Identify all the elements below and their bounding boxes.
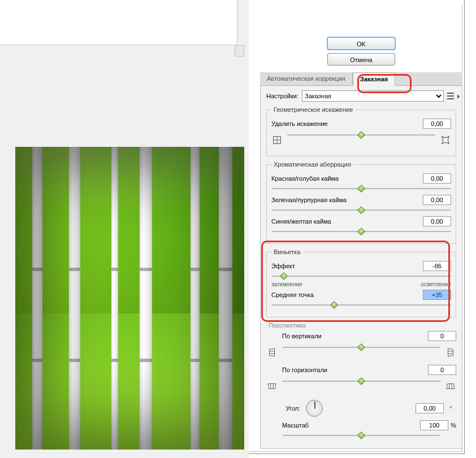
perspective-vertical-input[interactable]	[428, 331, 456, 341]
preview-scrollbar[interactable]	[235, 45, 244, 56]
degree-icon: °	[449, 405, 456, 412]
custom-panel: Настройки: Заказная Геометрическое искаж…	[260, 86, 462, 449]
group-vignette-title: Виньетка	[271, 248, 302, 255]
group-geometric-distortion-title: Геометрическое искажение	[271, 106, 355, 113]
angle-label: Угол:	[266, 405, 300, 412]
svg-line-4	[270, 354, 275, 354]
tab-strip: Автоматическая коррекция Заказная	[260, 72, 462, 86]
red-cyan-label: Красная/голубая кайма	[271, 175, 423, 182]
svg-line-7	[270, 384, 271, 389]
panel-menu-icon[interactable]	[447, 93, 456, 99]
barrel-icon	[271, 130, 283, 150]
ok-button[interactable]: OK	[327, 37, 395, 50]
svg-line-6	[448, 354, 453, 354]
vignette-midpoint-label: Средняя точка	[271, 291, 423, 298]
perspective-horizontal-slider[interactable]	[282, 377, 440, 385]
vignette-darken-label: затемнение	[271, 281, 302, 287]
perspective-vertical-slider[interactable]	[282, 343, 440, 351]
group-chromatic-aberration-title: Хроматическая аберрация	[271, 161, 353, 168]
group-geometric-distortion: Геометрическое искажение Удалить искажен…	[266, 106, 456, 156]
vignette-lighten-label: осветление	[421, 281, 451, 287]
scale-label: Масштаб	[266, 422, 420, 429]
angle-dial[interactable]	[306, 400, 323, 417]
scale-slider[interactable]	[282, 431, 440, 439]
vertical-perspective-left-icon	[266, 342, 278, 363]
vignette-amount-label: Эффект	[271, 263, 423, 269]
scale-input[interactable]	[420, 420, 448, 430]
vignette-midpoint-input[interactable]	[423, 290, 451, 300]
vignette-amount-input[interactable]	[423, 261, 451, 271]
pincushion-icon	[440, 130, 451, 150]
red-cyan-slider[interactable]	[271, 185, 451, 193]
settings-row: Настройки: Заказная	[266, 90, 456, 102]
red-cyan-input[interactable]	[423, 173, 451, 184]
angle-input[interactable]	[416, 403, 444, 413]
settings-label: Настройки:	[266, 93, 298, 99]
svg-line-5	[448, 351, 453, 351]
scale-unit: %	[451, 422, 456, 429]
blue-yellow-input[interactable]	[423, 216, 451, 226]
svg-line-9	[449, 384, 449, 389]
remove-distortion-input[interactable]	[423, 119, 451, 129]
perspective-horizontal-label: По горизонтали	[266, 367, 428, 373]
group-perspective-title: Перспектива	[269, 322, 456, 329]
remove-distortion-slider[interactable]	[287, 131, 435, 139]
tab-custom[interactable]: Заказная	[353, 72, 395, 86]
preview-image	[15, 147, 244, 450]
vertical-perspective-right-icon	[445, 342, 456, 363]
blue-yellow-slider[interactable]	[271, 228, 451, 235]
horizontal-perspective-left-icon	[266, 376, 278, 396]
vignette-amount-slider[interactable]	[271, 272, 451, 280]
svg-line-8	[273, 384, 274, 389]
green-magenta-input[interactable]	[423, 195, 451, 205]
perspective-vertical-label: По вертикали	[266, 333, 428, 339]
cancel-button[interactable]: Отмена	[327, 53, 395, 66]
group-vignette: Виньетка Эффект затемнение осветление Ср…	[266, 248, 456, 317]
group-chromatic-aberration: Хроматическая аберрация Красная/голубая …	[266, 161, 456, 244]
green-magenta-label: Зеленая/пурпурная кайма	[271, 197, 423, 203]
perspective-horizontal-input[interactable]	[428, 365, 456, 375]
blue-yellow-label: Синяя/желтая кайма	[271, 218, 423, 225]
svg-line-10	[452, 384, 452, 389]
settings-dropdown[interactable]: Заказная	[302, 90, 444, 102]
remove-distortion-label: Удалить искажение	[271, 120, 423, 127]
preview-canvas-top	[0, 0, 237, 45]
controls-panel: OK Отмена Автоматическая коррекция Заказ…	[260, 3, 462, 451]
tab-auto-correction[interactable]: Автоматическая коррекция	[260, 72, 353, 85]
horizontal-perspective-right-icon	[445, 376, 456, 396]
svg-line-3	[270, 351, 275, 351]
green-magenta-slider[interactable]	[271, 206, 451, 214]
vignette-midpoint-slider[interactable]	[271, 301, 451, 309]
